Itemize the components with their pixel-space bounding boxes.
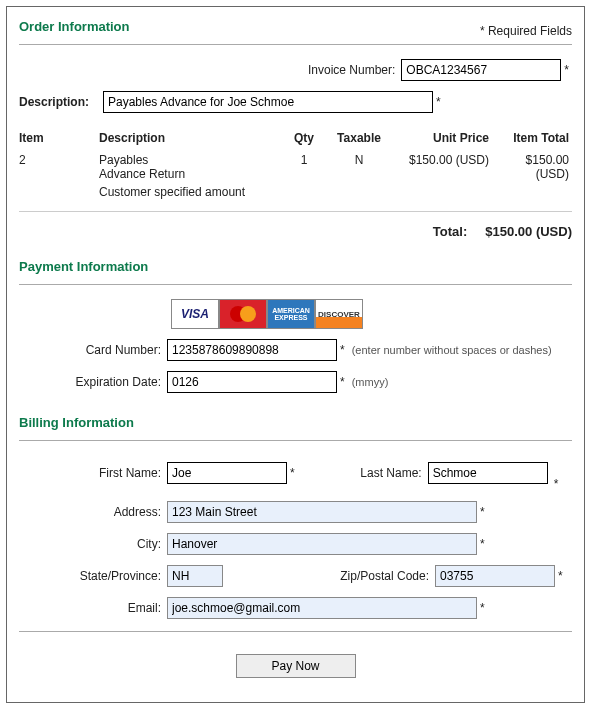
card-logos: VISA AMERICAN EXPRESS DISCOVER — [171, 299, 572, 329]
required-star: * — [477, 537, 488, 551]
items-header: Item Description Qty Taxable Unit Price … — [19, 131, 572, 151]
city-label: City: — [19, 537, 167, 551]
last-name-input[interactable] — [428, 462, 548, 484]
svg-point-1 — [240, 306, 256, 322]
cell-desc-line3: Customer specified amount — [99, 181, 279, 199]
divider — [19, 631, 572, 632]
address-label: Address: — [19, 505, 167, 519]
address-input[interactable] — [167, 501, 477, 523]
state-label: State/Province: — [19, 569, 167, 583]
first-name-label: First Name: — [19, 466, 167, 480]
description-input[interactable] — [103, 91, 433, 113]
required-star: * — [555, 569, 566, 583]
description-label: Description: — [19, 95, 103, 109]
state-zip-row: State/Province: Zip/Postal Code: * — [19, 565, 572, 587]
required-star: * — [287, 466, 298, 480]
city-row: City: * — [19, 533, 572, 555]
required-star: * — [551, 477, 562, 491]
billing-info-header: Billing Information — [19, 415, 572, 434]
cell-desc-line1: Payables — [99, 153, 279, 167]
required-star: * — [337, 343, 348, 357]
table-row: 2 Payables Advance Return Customer speci… — [19, 151, 572, 201]
cell-desc: Payables Advance Return Customer specifi… — [99, 153, 279, 199]
mastercard-icon — [219, 299, 267, 329]
total-label: Total: — [433, 224, 485, 239]
col-qty: Qty — [279, 131, 329, 145]
exp-row: Expiration Date: * (mmyy) — [19, 371, 572, 393]
col-item-total: Item Total — [489, 131, 569, 145]
discover-icon: DISCOVER — [315, 299, 363, 329]
col-unit-price: Unit Price — [389, 131, 489, 145]
visa-icon: VISA — [171, 299, 219, 329]
email-label: Email: — [19, 601, 167, 615]
email-input[interactable] — [167, 597, 477, 619]
state-input[interactable] — [167, 565, 223, 587]
address-row: Address: * — [19, 501, 572, 523]
required-fields-note: * Required Fields — [480, 24, 572, 38]
invoice-number-input[interactable] — [401, 59, 561, 81]
col-desc: Description — [99, 131, 279, 145]
amex-icon: AMERICAN EXPRESS — [267, 299, 315, 329]
zip-input[interactable] — [435, 565, 555, 587]
total-row: Total: $150.00 (USD) — [19, 211, 572, 259]
cell-item: 2 — [19, 153, 99, 167]
last-name-label: Last Name: — [298, 466, 428, 480]
card-number-row: Card Number: * (enter number without spa… — [19, 339, 572, 361]
payment-form: Order Information * Required Fields Invo… — [6, 6, 585, 703]
exp-label: Expiration Date: — [19, 375, 167, 389]
required-star: * — [433, 95, 444, 109]
name-row: First Name: * Last Name: * — [19, 455, 572, 491]
col-taxable: Taxable — [329, 131, 389, 145]
cell-unit-price: $150.00 (USD) — [389, 153, 489, 167]
first-name-input[interactable] — [167, 462, 287, 484]
card-number-label: Card Number: — [19, 343, 167, 357]
required-star: * — [477, 505, 488, 519]
pay-now-button[interactable]: Pay Now — [236, 654, 356, 678]
exp-hint: (mmyy) — [348, 376, 389, 388]
exp-input[interactable] — [167, 371, 337, 393]
invoice-number-label: Invoice Number: — [308, 63, 401, 77]
card-number-hint: (enter number without spaces or dashes) — [348, 344, 552, 356]
payment-info-header: Payment Information — [19, 259, 572, 278]
cell-desc-line2: Advance Return — [99, 167, 279, 181]
city-input[interactable] — [167, 533, 477, 555]
col-item: Item — [19, 131, 99, 145]
divider — [19, 284, 572, 285]
order-info-header: Order Information — [19, 19, 130, 38]
cell-taxable: N — [329, 153, 389, 167]
total-value: $150.00 (USD) — [485, 224, 572, 239]
zip-label: Zip/Postal Code: — [223, 569, 435, 583]
required-star: * — [477, 601, 488, 615]
description-row: Description: * — [19, 91, 572, 113]
divider — [19, 440, 572, 441]
invoice-row: Invoice Number: * — [19, 59, 572, 81]
email-row: Email: * — [19, 597, 572, 619]
order-header-row: Order Information * Required Fields — [19, 19, 572, 45]
required-star: * — [337, 375, 348, 389]
required-star: * — [561, 63, 572, 77]
card-number-input[interactable] — [167, 339, 337, 361]
cell-qty: 1 — [279, 153, 329, 167]
cell-item-total: $150.00 (USD) — [489, 153, 569, 181]
